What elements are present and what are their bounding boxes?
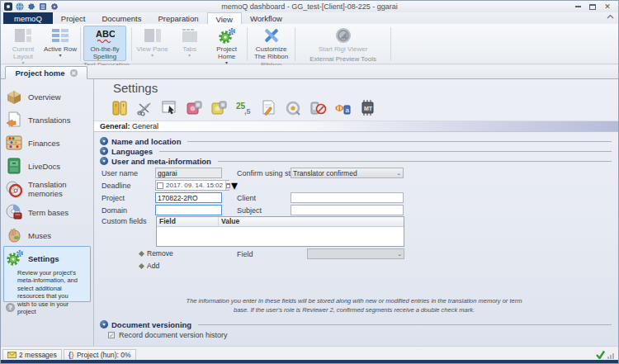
chevron-down-icon: ▾ [188,53,191,58]
connection-ok-icon [595,350,606,359]
chevron-down-icon: ▾ [151,53,154,58]
settings-pane: Settings 25,5 Φa MT General: General ▾ N… [94,79,618,346]
maximize-button[interactable] [588,3,597,11]
tab-view[interactable]: View [207,12,242,24]
section-name-and-location[interactable]: ▾ Name and location [100,136,612,146]
start-rigi-viewer-button[interactable]: Start Rigi Viewer [314,26,372,54]
sidebar-item-translation-memories[interactable]: Translation memories [4,178,92,200]
qa-settings-icon[interactable] [161,99,178,116]
messages-status[interactable]: 2 messages [2,349,62,361]
hand-icon [4,225,24,245]
svg-text:,5: ,5 [244,107,251,116]
workspace: Project home ✕ Overview Translations Fin… [1,65,618,346]
font-substitution-icon[interactable]: Φa [334,99,352,116]
section-user-and-meta-information[interactable]: ▾ User and meta-information [100,156,612,166]
collapse-ribbon-icon[interactable] [607,14,614,19]
remove-link[interactable]: Remove [139,249,173,258]
sidebar-item-term-bases[interactable]: Term bases [4,201,92,223]
gears-icon [6,249,24,267]
subject-input[interactable] [291,205,404,215]
sidebar-item-overview[interactable]: Overview [4,86,92,107]
project-input[interactable] [155,192,222,203]
chevron-down-icon: ▾ [231,177,238,193]
project-progress-status[interactable]: {} Project (hun): 0% [64,349,136,361]
user-name-input[interactable] [155,168,222,178]
on-the-fly-spelling-button[interactable]: ABC On-the-fly Spelling [83,26,126,61]
custom-fields-label: Custom fields [102,217,147,225]
qat-database-icon[interactable] [39,2,47,11]
domain-input[interactable] [155,205,222,215]
section-toggle-icon[interactable]: ▾ [100,147,108,155]
window-bottom-edge [1,360,618,363]
segmentation-rules-icon[interactable] [136,99,154,116]
client-input[interactable] [291,192,404,203]
active-row-button[interactable]: Active Row ▾ [42,26,78,59]
sidebar-item-settings-selected[interactable]: Settings ? Review your project's meta-in… [3,246,91,302]
customize-ribbon-button[interactable]: Customize The Ribbon [250,26,293,61]
section-divider [159,151,612,152]
section-toggle-icon[interactable]: ▾ [100,137,108,145]
export-path-rules-icon[interactable] [285,99,302,116]
deadline-field[interactable]: 2017. 09. 14. 15:02 ▾ [155,180,229,191]
view-pane-button[interactable]: View Pane ▾ [135,26,171,59]
close-button[interactable]: ✕ [603,3,612,11]
qat-gear-icon[interactable] [27,2,35,11]
minimize-button[interactable] [574,3,582,11]
auto-translation-rules-icon[interactable]: 25,5 [235,99,253,116]
qat-tools-icon[interactable] [50,2,59,11]
custom-fields-table[interactable]: Field Value [156,216,404,247]
document-tab-strip: Project home ✕ [1,65,618,79]
record-version-history-row: ✓ Record document version history [108,331,228,339]
section-toggle-icon[interactable]: ▾ [100,320,108,329]
page-title: Settings [113,81,158,95]
ribbon-group-ribbon: Customize The Ribbon Ribbon [248,24,295,64]
tab-project[interactable]: Project [53,12,94,24]
abc-spelling-icon: ABC [95,26,115,45]
current-layout-button[interactable]: Current Layout ▾ [5,26,41,66]
tabs-button[interactable]: Tabs ▾ [172,26,208,59]
sidebar-item-muses[interactable]: Muses [4,225,92,246]
memoq-logo-icon[interactable] [4,2,12,11]
add-link[interactable]: Add [139,262,159,270]
confirm-using-status-select[interactable]: Translator confirmed ⌄ [291,168,404,178]
date-picker-button[interactable]: ▾ [225,181,238,190]
quick-access-toolbar [1,2,59,11]
customize-ribbon-icon [262,26,281,45]
livedocs-settings-icon[interactable] [210,99,228,116]
tab-documents[interactable]: Documents [93,12,149,24]
user-name-label: User name [102,169,138,177]
project-home-icon [217,26,237,45]
deadline-checkbox[interactable] [157,182,163,189]
section-divider [218,161,612,162]
section-toggle-icon[interactable]: ▾ [100,157,108,165]
ribbon-group-text-decoration: ABC On-the-fly Spelling Text Decoration [81,24,132,64]
qat-globe-icon[interactable] [16,2,24,11]
ignore-lists-icon[interactable] [260,99,277,116]
abacus-icon [4,133,24,153]
sidebar-item-livedocs[interactable]: LiveDocs [4,155,92,177]
sidebar-item-translations[interactable]: Translations [4,109,92,130]
record-version-history-checkbox[interactable]: ✓ [108,332,115,338]
field-select[interactable]: ⌄ [307,248,404,259]
ribbon-tab-row: memoQ Project Documents Preparation View… [1,12,618,24]
mt-settings-icon[interactable]: MT [359,99,376,116]
project-home-tab[interactable]: Project home ✕ [5,66,87,79]
project-home-button[interactable]: Project Home ▾ [209,26,245,66]
tab-preparation[interactable]: Preparation [149,12,206,24]
tm-settings-icon[interactable] [186,99,203,116]
section-document-versioning[interactable]: ▾ Document versioning [100,319,612,329]
project-home-tab-label: Project home [15,69,64,78]
package-icon [4,87,24,106]
sidebar-item-finances[interactable]: Finances [4,132,92,154]
spelling-settings-icon[interactable] [310,99,327,116]
close-tab-icon[interactable]: ✕ [70,69,78,77]
general-settings-icon[interactable] [111,99,129,116]
section-languages[interactable]: ▾ Languages [100,146,612,156]
general-bar-value: General [132,122,158,130]
svg-text:ABC: ABC [96,29,115,39]
section-divider [187,141,612,142]
tab-workflow[interactable]: Workflow [242,12,291,24]
active-settings-breadcrumb: General: General [94,121,618,132]
client-label: Client [237,194,256,202]
tab-memoq[interactable]: memoQ [3,12,53,24]
